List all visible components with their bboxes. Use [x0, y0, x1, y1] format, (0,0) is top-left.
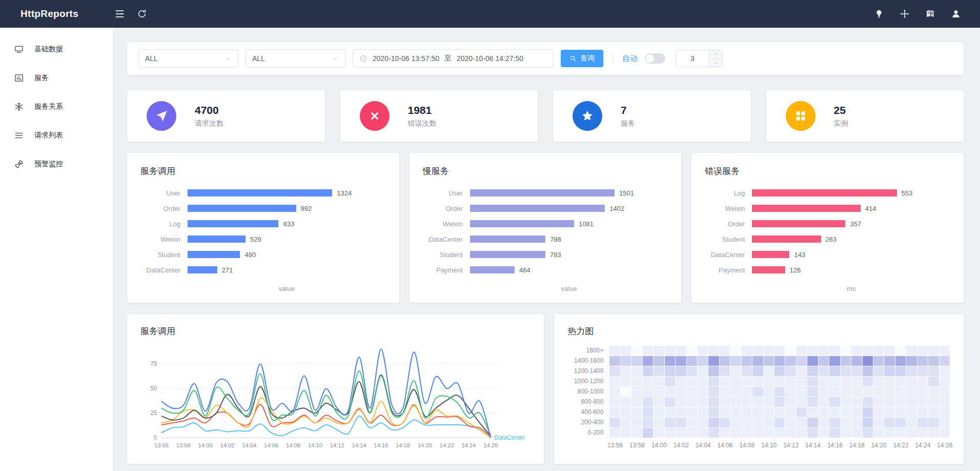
- bar-chart-canvas[interactable]: User 1324 Order 992 Log 833 Weixin 529 S…: [140, 185, 386, 278]
- heatmap-cell: [643, 387, 653, 397]
- svg-text:14:18: 14:18: [396, 442, 410, 448]
- bar-row: Log 553: [705, 185, 950, 201]
- interval-stepper[interactable]: 3: [676, 50, 723, 67]
- heatmap-cell: [841, 418, 851, 427]
- bar-area[interactable]: 357: [752, 220, 950, 228]
- bar-value: 143: [794, 251, 805, 259]
- heatmap-cell: [643, 397, 653, 407]
- heatmap-cell: [785, 418, 795, 427]
- heatmap-cell: [621, 356, 631, 366]
- heatmap-cell: [829, 366, 840, 376]
- user-icon[interactable]: [950, 8, 962, 19]
- bar-area[interactable]: 126: [752, 266, 950, 274]
- heatmap-cell: [807, 397, 818, 407]
- bar-value: 1501: [619, 189, 634, 197]
- sidebar-item-1[interactable]: 服务: [0, 64, 113, 92]
- heatmap-x-label: 13:56: [607, 442, 623, 449]
- svg-text:14:16: 14:16: [374, 442, 388, 448]
- bar-area[interactable]: 783: [470, 251, 668, 259]
- bar-area[interactable]: 271: [188, 266, 386, 274]
- heatmap-cell: [742, 397, 752, 407]
- lightbulb-icon[interactable]: [873, 8, 885, 19]
- heatmap-cell: [851, 346, 862, 356]
- sidebar-item-0[interactable]: 基础数据: [0, 35, 113, 64]
- grid-icon: [786, 101, 815, 131]
- heatmap-cell: [665, 418, 675, 427]
- bar-value: 357: [850, 220, 861, 228]
- heatmap-cell: [884, 418, 894, 427]
- service-select[interactable]: ALL: [138, 49, 238, 68]
- heatmap-cell: [676, 428, 686, 438]
- heatmap-cell: [906, 407, 916, 417]
- svg-text:14:24: 14:24: [461, 442, 476, 448]
- heatmap-cell: [873, 387, 884, 397]
- heatmap-cell: [928, 387, 938, 397]
- heatmap-cell: [654, 387, 664, 397]
- heatmap-cell: [654, 407, 664, 417]
- heatmap-cell: [764, 428, 774, 438]
- heatmap-cell: [621, 377, 631, 386]
- heatmap-cell: [654, 428, 664, 438]
- heatmap-cell: [654, 377, 664, 386]
- heatmap-cell: [643, 428, 653, 438]
- bar-area[interactable]: 1324: [188, 189, 386, 197]
- instance-select[interactable]: ALL: [246, 49, 345, 68]
- bar-area[interactable]: 263: [752, 235, 950, 243]
- heatmap-x-label: 14:12: [783, 442, 799, 449]
- bar-chart-canvas[interactable]: User 1501 Order 1402 Weixin 1081 DataCen…: [423, 185, 668, 278]
- bar-area[interactable]: 1081: [470, 220, 668, 228]
- sidebar-item-4[interactable]: 预警监控: [0, 150, 113, 179]
- bar-value: 414: [865, 205, 876, 212]
- heatmap-cell: [940, 377, 950, 386]
- bar-area[interactable]: 553: [752, 189, 950, 197]
- bar-area[interactable]: 786: [470, 235, 668, 243]
- bar-row: Order 357: [705, 216, 950, 231]
- heatmap-cell: [654, 366, 664, 376]
- heatmap-cell: [841, 397, 851, 407]
- bar-area[interactable]: 1402: [470, 205, 668, 212]
- heatmap-cell: [687, 387, 697, 397]
- bar-area[interactable]: 529: [188, 235, 386, 243]
- bar-chart-canvas[interactable]: Log 553 Weixin 414 Order 357 Student 263…: [705, 185, 950, 278]
- date-range-picker[interactable]: 2020-10-06 13:57:50 至 2020-10-06 14:27:5…: [353, 49, 554, 68]
- bar-area[interactable]: 1501: [470, 189, 668, 197]
- heatmap-canvas[interactable]: 1600+ 1400-1600 1200-1400 1000-1200 800-…: [567, 345, 950, 450]
- bar-area[interactable]: 414: [752, 205, 950, 212]
- bar-area[interactable]: 992: [188, 205, 386, 212]
- heatmap-cell: [631, 428, 642, 438]
- navbar-right-icons: A: [873, 8, 980, 19]
- heatmap-cell: [774, 377, 785, 386]
- bar-row: Student 263: [705, 231, 950, 247]
- sidebar-item-2[interactable]: 服务关系: [0, 92, 113, 121]
- auto-refresh-toggle[interactable]: [645, 53, 665, 64]
- sidebar: 基础数据 服务 服务关系 请求列表 预警监控: [0, 28, 113, 471]
- heatmap-cell: [643, 407, 653, 417]
- heatmap-cell: [807, 407, 818, 417]
- heatmap-cell: [676, 346, 686, 356]
- menu-fold-icon[interactable]: [114, 8, 125, 19]
- heatmap-cell: [609, 346, 620, 356]
- heatmap-row: 800-1000: [567, 386, 950, 397]
- heatmap-cell: [609, 377, 620, 386]
- bar-area[interactable]: 143: [752, 251, 950, 259]
- bar-area[interactable]: 480: [188, 251, 386, 259]
- heatmap-cell: [687, 428, 697, 438]
- line-series-DataCenter: [161, 416, 491, 438]
- bar-row: Order 992: [140, 201, 386, 216]
- refresh-icon[interactable]: [136, 8, 148, 19]
- move-icon[interactable]: [899, 8, 910, 19]
- heatmap-cell: [764, 397, 774, 407]
- heatmap-cell: [851, 418, 862, 427]
- bar-category-label: User: [423, 189, 470, 197]
- heatmap-cell: [928, 356, 938, 366]
- stepper-down-button[interactable]: [709, 59, 722, 67]
- bar-value: 783: [550, 251, 561, 259]
- stepper-up-button[interactable]: [709, 50, 722, 59]
- sidebar-item-3[interactable]: 请求列表: [0, 121, 113, 150]
- translate-icon[interactable]: A: [925, 8, 936, 19]
- heatmap-cell: [785, 407, 795, 417]
- bar-area[interactable]: 833: [188, 220, 386, 228]
- line-chart-canvas[interactable]: 025507513:5613:5814:0014:0214:0414:0614:…: [140, 340, 530, 471]
- bar-area[interactable]: 464: [470, 266, 668, 274]
- search-button[interactable]: 查询: [561, 50, 603, 67]
